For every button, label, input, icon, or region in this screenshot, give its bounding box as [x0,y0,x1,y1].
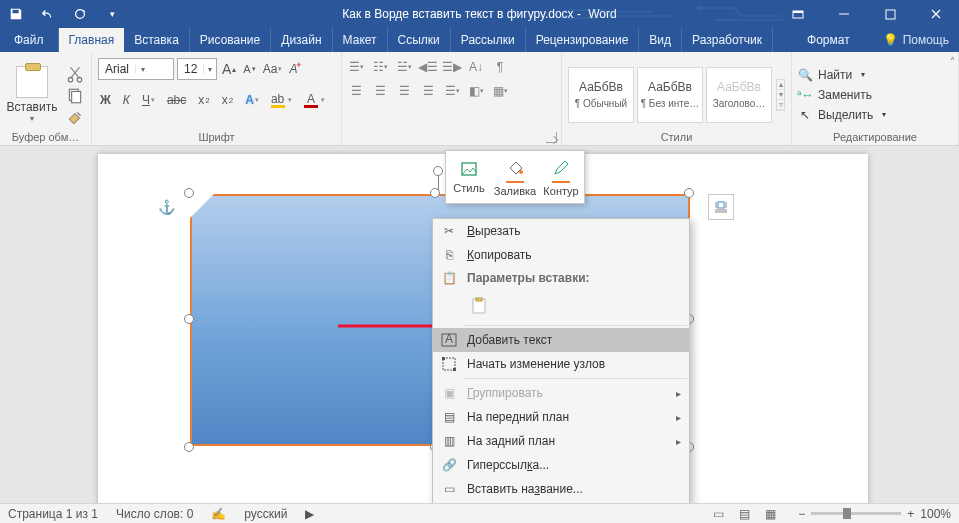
view-read-button[interactable]: ▭ [708,506,728,522]
decrease-indent-button[interactable]: ◀☰ [420,60,436,74]
increase-indent-button[interactable]: ☰▶ [444,60,460,74]
align-left-button[interactable]: ☰ [348,84,364,98]
justify-button[interactable]: ☰ [420,84,436,98]
paste-button[interactable]: Вставить ▾ [6,62,58,123]
find-button[interactable]: 🔍Найти▾ [798,68,886,82]
style-no-spacing[interactable]: АаБбВв¶ Без инте… [637,67,703,123]
strike-button[interactable]: abc [165,93,188,107]
close-button[interactable] [913,0,959,28]
tab-developer[interactable]: Разработчик [682,28,773,52]
font-size-combo[interactable]: 12▾ [177,58,217,80]
add-text-icon: A [439,333,459,347]
separator [463,378,687,379]
tell-me[interactable]: 💡Помощь [873,28,959,52]
resize-handle[interactable] [184,188,194,198]
ctx-add-text[interactable]: AДобавить текст [433,328,689,352]
ctx-copy[interactable]: ⎘Копировать [433,243,689,267]
highlight-button[interactable]: ab▾ [269,92,294,108]
align-right-button[interactable]: ☰ [396,84,412,98]
resize-handle[interactable] [184,314,194,324]
ctx-cut[interactable]: ✂Вырезать [433,219,689,243]
qat-customize[interactable]: ▾ [96,0,128,28]
layout-options-button[interactable] [708,194,734,220]
numbering-button[interactable]: ☷▾ [372,60,388,74]
tab-insert[interactable]: Вставка [124,28,190,52]
tab-format[interactable]: Формат [797,28,860,52]
shape-fill-button[interactable]: Заливка [492,151,538,203]
tab-review[interactable]: Рецензирование [526,28,640,52]
italic-button[interactable]: К [121,93,132,107]
styles-gallery: АаБбВв¶ Обычный АаБбВв¶ Без инте… АаБбВв… [568,67,772,123]
tab-draw[interactable]: Рисование [190,28,271,52]
clipboard-icon: 📋 [439,271,459,285]
undo-button[interactable] [32,0,64,28]
grow-font-button[interactable]: A▴ [220,61,238,77]
ctx-bring-front[interactable]: ▤На передний план▸ [433,405,689,429]
multilevel-button[interactable]: ☱▾ [396,60,412,74]
resize-handle[interactable] [184,442,194,452]
ctx-send-back[interactable]: ▥На задний план▸ [433,429,689,453]
align-center-button[interactable]: ☰ [372,84,388,98]
replace-button[interactable]: ᵃ↔Заменить [798,88,886,102]
tab-references[interactable]: Ссылки [388,28,451,52]
view-print-button[interactable]: ▤ [734,506,754,522]
zoom-slider[interactable] [811,512,901,515]
collapse-ribbon-button[interactable]: ˄ [950,56,955,67]
redo-button[interactable] [64,0,96,28]
save-button[interactable] [0,0,32,28]
zoom-in-button[interactable]: + [907,507,914,521]
maximize-button[interactable] [867,0,913,28]
bold-button[interactable]: Ж [98,93,113,107]
show-marks-button[interactable]: ¶ [492,60,508,74]
zoom-level[interactable]: 100% [920,507,951,521]
ctx-paste-header: 📋Параметры вставки: [433,267,689,289]
status-spell[interactable]: ✍ [211,507,226,521]
resize-handle[interactable] [430,188,440,198]
tab-mailings[interactable]: Рассылки [451,28,526,52]
font-name-combo[interactable]: Arial▾ [98,58,174,80]
paste-option-picture[interactable] [467,293,493,319]
tab-home[interactable]: Главная [59,28,125,52]
launcher-icon[interactable] [546,132,557,143]
ctx-caption[interactable]: ▭Вставить название... [433,477,689,501]
font-color-button[interactable]: A▾ [302,92,327,108]
shape-outline-button[interactable]: Контур [538,151,584,203]
ctx-edit-points[interactable]: Начать изменение узлов [433,352,689,376]
ctx-hyperlink[interactable]: 🔗Гиперссылка... [433,453,689,477]
zoom-thumb[interactable] [843,508,851,519]
zoom-out-button[interactable]: − [798,507,805,521]
tab-layout[interactable]: Макет [333,28,388,52]
text-effects-button[interactable]: A▾ [243,93,261,107]
tab-file[interactable]: Файл [0,28,59,52]
shrink-font-button[interactable]: A▾ [241,63,257,75]
change-case-button[interactable]: Aa▾ [261,62,285,76]
bullets-button[interactable]: ☰▾ [348,60,364,74]
resize-handle[interactable] [684,188,694,198]
clear-format-button[interactable]: A✦ [287,62,299,76]
tab-design[interactable]: Дизайн [271,28,332,52]
cut-button[interactable] [66,66,84,82]
rotate-handle[interactable] [433,166,443,176]
shading-button[interactable]: ◧▾ [468,84,484,98]
gallery-more[interactable]: ▴▾▿ [776,79,785,111]
view-web-button[interactable]: ▦ [760,506,780,522]
status-page[interactable]: Страница 1 из 1 [8,507,98,521]
format-painter-button[interactable] [66,110,84,126]
style-normal[interactable]: АаБбВв¶ Обычный [568,67,634,123]
tab-view[interactable]: Вид [639,28,682,52]
borders-button[interactable]: ▦▾ [492,84,508,98]
superscript-button[interactable]: x2 [220,93,235,107]
select-button[interactable]: ↖Выделить▾ [798,108,886,122]
style-heading1[interactable]: АаБбВвЗаголово… [706,67,772,123]
underline-button[interactable]: Ч▾ [140,93,157,107]
status-word-count[interactable]: Число слов: 0 [116,507,193,521]
sort-button[interactable]: A↓ [468,60,484,74]
copy-button[interactable] [66,88,84,104]
status-language[interactable]: русский [244,507,287,521]
status-macro[interactable]: ▶ [305,507,314,521]
line-spacing-button[interactable]: ☰▾ [444,84,460,98]
minimize-button[interactable] [821,0,867,28]
shape-style-button[interactable]: Стиль [446,151,492,203]
group-icon: ▣ [439,386,459,400]
subscript-button[interactable]: x2 [196,93,211,107]
